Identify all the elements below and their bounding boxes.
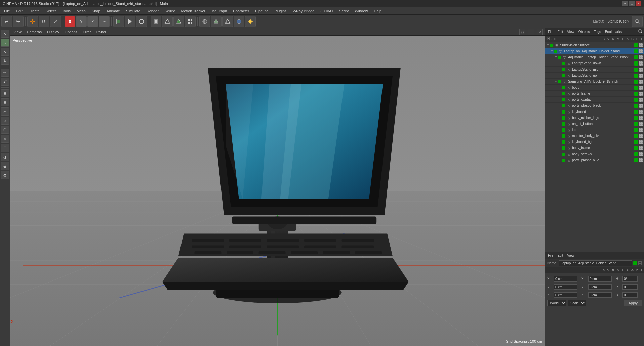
obj-dot-vis-body-screws[interactable] [634, 152, 638, 156]
obj-dot-vis-body[interactable] [634, 86, 638, 90]
attr-scale-dropdown[interactable]: Scale [568, 300, 586, 306]
menu-item-create[interactable]: Create [26, 8, 42, 14]
obj-row-ports-contact[interactable]: △ports_contact [545, 97, 644, 103]
vp-maximize-button[interactable]: ⬚ [519, 29, 525, 35]
menu-item-help[interactable]: Help [371, 8, 385, 14]
obj-row-keyboard[interactable]: △keyboard [545, 109, 644, 115]
loop-cut-tool[interactable]: ⊞ [1, 144, 9, 152]
magnet-tool[interactable]: ⊟ [1, 98, 9, 106]
knife-tool[interactable]: ✂ [1, 107, 9, 116]
attr-name-input[interactable]: Laptop_on_Adjustable_Holder_Stand [559, 260, 632, 266]
menu-item-snap[interactable]: Snap [89, 8, 103, 14]
obj-dot-vis-keyboard-bg[interactable] [634, 140, 638, 144]
obj-dot-mat-on-off-button[interactable] [639, 122, 643, 126]
redo-button[interactable]: ↪ [13, 16, 24, 27]
attr-x2-input[interactable] [588, 276, 612, 282]
menu-item-window[interactable]: Window [352, 8, 370, 14]
obj-expand-laptop-holder[interactable]: ▼ [551, 50, 553, 53]
obj-dot-vis-keyboard[interactable] [634, 110, 638, 114]
obj-menu-edit[interactable]: Edit [556, 29, 564, 34]
rotate-3d-tool[interactable]: ↻ [1, 57, 9, 65]
obj-dot-vis-body-rubber-legs[interactable] [634, 116, 638, 120]
obj-dot-vis-ports-contact[interactable] [634, 98, 638, 102]
obj-row-subdivision-surface[interactable]: ▼⊞Subdivision Surface [545, 42, 644, 48]
obj-row-samsung[interactable]: ▼▽Samsung_ATIV_Book_9_15_inch [545, 79, 644, 85]
obj-dot-vis-ports-plastic-black[interactable] [634, 104, 638, 108]
obj-row-on-off-button[interactable]: △on_off_button [545, 121, 644, 127]
smooth-tool[interactable]: ◒ [1, 162, 9, 170]
undo-button[interactable]: ↩ [1, 16, 12, 27]
mode-x-button[interactable]: X [65, 16, 75, 27]
obj-dot-mat-ports-frame[interactable] [639, 92, 643, 96]
render-region-button[interactable] [113, 16, 124, 27]
render-settings-button[interactable] [136, 16, 147, 27]
maximize-button[interactable]: □ [629, 1, 635, 6]
obj-row-lcd[interactable]: △lcd [545, 127, 644, 133]
attr-z-input[interactable] [554, 292, 577, 298]
vp-grid-button[interactable]: ⊞ [528, 29, 534, 35]
menu-item-v-ray-bridge[interactable]: V-Ray Bridge [290, 8, 317, 14]
obj-dot-mat-monitor-body-pivot[interactable] [639, 134, 643, 138]
attr-p-input[interactable] [622, 284, 638, 290]
obj-dot-mat-body-screws[interactable] [639, 152, 643, 156]
select-tool[interactable]: ↖ [1, 30, 9, 38]
vp-menu-view[interactable]: View [12, 29, 23, 35]
poly-mode-button[interactable] [162, 16, 173, 27]
vp-menu-filter[interactable]: Filter [81, 29, 92, 35]
obj-dot-vis-laptop-holder[interactable] [634, 49, 638, 53]
obj-expand-subdivision-surface[interactable]: ▼ [547, 44, 549, 47]
attr-x-input[interactable] [554, 276, 577, 282]
mode-all-button[interactable]: ~ [99, 16, 110, 27]
obj-dot-vis-samsung[interactable] [634, 80, 638, 84]
brush-tool[interactable]: ◑ [1, 153, 9, 161]
obj-dot-vis-ports-plastic-blue[interactable] [634, 158, 638, 162]
snap-tool[interactable]: ⊞ [1, 89, 9, 97]
obj-dot-mat-laptop-holder[interactable] [639, 49, 643, 53]
obj-row-body-frame[interactable]: △body_frame [545, 145, 644, 151]
obj-menu-view[interactable]: View [566, 29, 576, 34]
menu-item-edit[interactable]: Edit [13, 8, 25, 14]
obj-dot-vis-laptopstand-up[interactable] [634, 74, 638, 78]
paint-tool[interactable]: 🖌 [1, 78, 9, 86]
attr-world-dropdown[interactable]: World Object [547, 300, 566, 306]
light-button[interactable] [245, 16, 256, 27]
obj-dot-mat-body-rubber-legs[interactable] [639, 116, 643, 120]
scale-tool[interactable]: ⤡ [1, 48, 9, 56]
attr-b-input[interactable] [622, 292, 638, 298]
attr-menu-file[interactable]: File [547, 253, 555, 258]
title-bar-controls[interactable]: − □ × [622, 1, 641, 6]
obj-dot-mat-keyboard-bg[interactable] [639, 140, 643, 144]
obj-dot-vis-laptopstand-down[interactable] [634, 61, 638, 66]
menu-item-script[interactable]: Script [336, 8, 351, 14]
obj-row-ports-plastic-black[interactable]: △ports_plastic_black [545, 103, 644, 109]
attr-h-input[interactable] [622, 276, 638, 282]
close-button[interactable]: × [636, 1, 641, 6]
viewport[interactable]: Perspective Grid Spacing : 100 cm [10, 36, 545, 346]
menu-item-animate[interactable]: Animate [104, 8, 123, 14]
mode-z-button[interactable]: Z [87, 16, 98, 27]
obj-dot-vis-lcd[interactable] [634, 128, 638, 132]
obj-dot-vis-body-frame[interactable] [634, 146, 638, 150]
menu-item-character[interactable]: Character [230, 8, 252, 14]
obj-dot-vis-laptopstand-mid[interactable] [634, 68, 638, 72]
bridge-tool[interactable]: ⊿ [1, 117, 9, 125]
attr-y-input[interactable] [554, 284, 577, 290]
attr-menu-view[interactable]: View [566, 253, 576, 258]
gouraud-button[interactable] [211, 16, 222, 27]
vp-menu-cameras[interactable]: Cameras [26, 29, 43, 35]
obj-dot-mat-subdivision-surface[interactable] [639, 43, 643, 47]
obj-dot-vis-on-off-button[interactable] [634, 122, 638, 126]
obj-dot-mat-laptopstand-down[interactable] [639, 61, 643, 66]
obj-row-body-screws[interactable]: △body_screws [545, 151, 644, 157]
vp-menu-display[interactable]: Display [46, 29, 61, 35]
menu-item-3dtoall[interactable]: 3DToAll [318, 8, 336, 14]
object-mode-button[interactable] [151, 16, 161, 27]
vp-menu-options[interactable]: Options [63, 29, 79, 35]
menu-item-motion-tracker[interactable]: Motion Tracker [178, 8, 208, 14]
obj-row-laptop-holder[interactable]: ▼▽Laptop_on_Adjustable_Holder_Stand [545, 48, 644, 54]
obj-row-laptopstand-down[interactable]: △LaptopStand_down [545, 60, 644, 67]
obj-dot-mat-body-frame[interactable] [639, 146, 643, 150]
display-mode-button[interactable] [199, 16, 210, 27]
obj-dot-mat-adjustable-laptop[interactable] [639, 55, 643, 59]
obj-dot-mat-laptopstand-up[interactable] [639, 74, 643, 78]
